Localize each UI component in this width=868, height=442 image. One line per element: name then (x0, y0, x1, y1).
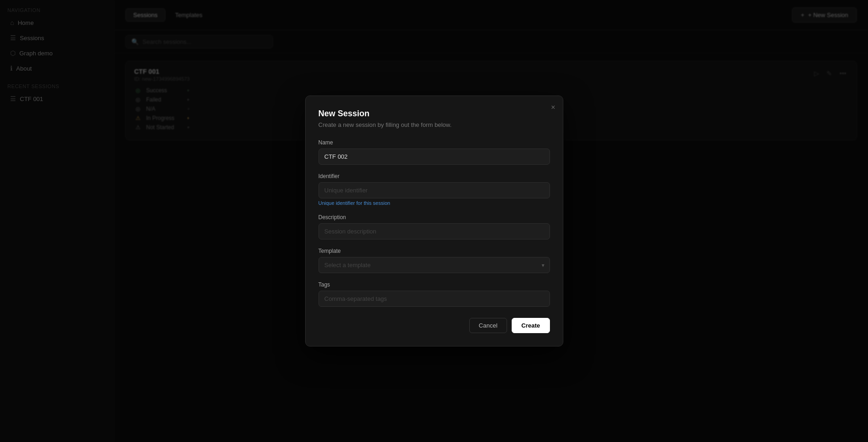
template-select-wrap: Select a template ▾ (319, 257, 550, 273)
form-field-tags: Tags (319, 281, 550, 307)
modal-title: New Session (319, 109, 550, 119)
template-select[interactable]: Select a template (319, 257, 550, 273)
description-input[interactable] (319, 223, 550, 239)
template-label: Template (319, 248, 550, 254)
create-button[interactable]: Create (512, 318, 549, 333)
form-field-name: Name (319, 139, 550, 165)
identifier-hint: Unique identifier for this session (319, 200, 550, 206)
name-input[interactable] (319, 149, 550, 165)
new-session-modal: × New Session Create a new session by fi… (305, 96, 563, 346)
tags-label: Tags (319, 281, 550, 288)
form-field-template: Template Select a template ▾ (319, 248, 550, 273)
modal-footer: Cancel Create (319, 318, 550, 333)
cancel-button[interactable]: Cancel (469, 318, 507, 333)
identifier-label: Identifier (319, 173, 550, 179)
modal-close-button[interactable]: × (551, 103, 555, 112)
description-label: Description (319, 214, 550, 221)
modal-overlay: × New Session Create a new session by fi… (0, 0, 868, 442)
modal-subtitle: Create a new session by filling out the … (319, 121, 550, 128)
form-field-description: Description (319, 214, 550, 239)
name-label: Name (319, 139, 550, 146)
tags-input[interactable] (319, 291, 550, 307)
identifier-input[interactable] (319, 182, 550, 198)
form-field-identifier: Identifier Unique identifier for this se… (319, 173, 550, 206)
